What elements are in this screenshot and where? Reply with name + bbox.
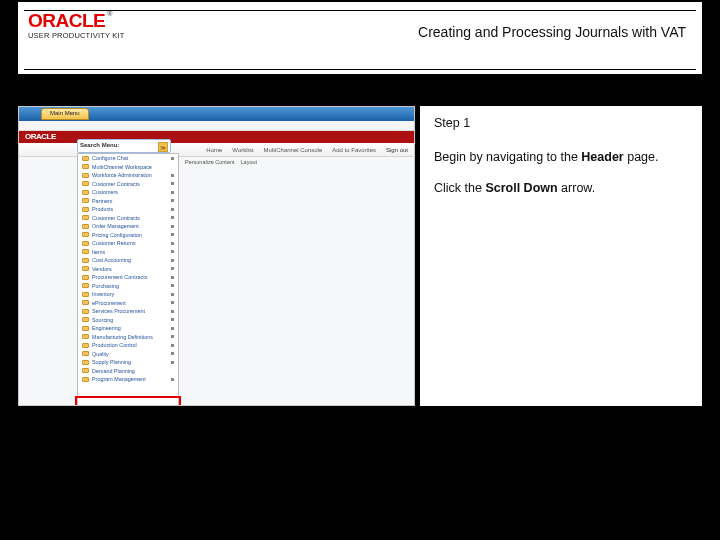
nav-add-favorites[interactable]: Add to Favorites <box>332 147 376 153</box>
menu-item-label: Quality <box>92 351 168 357</box>
instruction-line-1-bold: Header <box>581 150 623 164</box>
menu-item-label: Items <box>92 249 168 255</box>
menu-item-label: Sourcing <box>92 317 168 323</box>
menu-item-label: Program Management <box>92 376 168 382</box>
expand-icon[interactable] <box>171 301 174 304</box>
menu-item[interactable]: eProcurement <box>78 299 178 308</box>
folder-icon <box>82 164 89 169</box>
menu-search-label: Search Menu: <box>80 142 119 148</box>
expand-icon[interactable] <box>171 335 174 338</box>
expand-icon[interactable] <box>171 174 174 177</box>
menu-item[interactable]: Pricing Configuration <box>78 231 178 240</box>
menu-search-box[interactable]: Search Menu: ≫ <box>77 139 171 153</box>
menu-item[interactable]: Customer Returns <box>78 239 178 248</box>
menu-item[interactable]: Production Control <box>78 341 178 350</box>
menu-item-label: Order Management <box>92 223 168 229</box>
menu-item-label: Customer Returns <box>92 240 168 246</box>
expand-icon[interactable] <box>171 361 174 364</box>
expand-icon[interactable] <box>171 250 174 253</box>
expand-icon[interactable] <box>171 327 174 330</box>
expand-icon[interactable] <box>171 182 174 185</box>
menu-item[interactable]: Customers <box>78 188 178 197</box>
menu-item-label: Manufacturing Definitions <box>92 334 168 340</box>
menu-item[interactable]: Products <box>78 205 178 214</box>
menu-item-label: Production Control <box>92 342 168 348</box>
expand-icon[interactable] <box>171 233 174 236</box>
menu-item[interactable]: Procurement Contracts <box>78 273 178 282</box>
menu-item[interactable]: Manufacturing Definitions <box>78 333 178 342</box>
folder-icon <box>82 343 89 348</box>
personalize-content-link[interactable]: Personalize Content <box>185 159 235 165</box>
expand-icon[interactable] <box>171 199 174 202</box>
expand-icon[interactable] <box>171 157 174 160</box>
browser-tab[interactable]: Main Menu <box>41 108 89 120</box>
menu-item[interactable]: Services Procurement <box>78 307 178 316</box>
menu-search-go-icon[interactable]: ≫ <box>158 142 168 152</box>
menu-item[interactable]: Sourcing <box>78 316 178 325</box>
expand-icon[interactable] <box>171 318 174 321</box>
expand-icon[interactable] <box>171 293 174 296</box>
menu-item[interactable]: Workforce Administration <box>78 171 178 180</box>
menu-item[interactable]: Engineering <box>78 324 178 333</box>
menu-item[interactable]: Purchasing <box>78 282 178 291</box>
folder-icon <box>82 326 89 331</box>
menu-item-label: MultiChannel Workspace <box>92 164 178 170</box>
nav-worklist[interactable]: Worklist <box>232 147 253 153</box>
instruction-line-2-pre: Click the <box>434 181 485 195</box>
menu-item[interactable]: Configure Chat <box>78 154 178 163</box>
menu-item-label: Demand Planning <box>92 368 178 374</box>
menu-item-label: eProcurement <box>92 300 168 306</box>
expand-icon[interactable] <box>171 352 174 355</box>
folder-icon <box>82 309 89 314</box>
folder-icon <box>82 232 89 237</box>
nav-home[interactable]: Home <box>206 147 222 153</box>
app-brand-word: ORACLE <box>25 132 56 141</box>
browser-tab-label: Main Menu <box>50 110 80 116</box>
expand-icon[interactable] <box>171 216 174 219</box>
menu-item[interactable]: Demand Planning <box>78 367 178 376</box>
menu-item[interactable]: Items <box>78 248 178 257</box>
menu-item[interactable]: Supply Planning <box>78 358 178 367</box>
menu-item[interactable]: Vendors <box>78 265 178 274</box>
expand-icon[interactable] <box>171 284 174 287</box>
menu-item-label: Cost Accounting <box>92 257 168 263</box>
menu-item-label: Partners <box>92 198 168 204</box>
menu-item-label: Purchasing <box>92 283 168 289</box>
menu-item-label: Inventory <box>92 291 168 297</box>
menu-item[interactable]: Inventory <box>78 290 178 299</box>
personalize-layout-link[interactable]: Layout <box>241 159 258 165</box>
expand-icon[interactable] <box>171 310 174 313</box>
menu-item[interactable]: Order Management <box>78 222 178 231</box>
expand-icon[interactable] <box>171 344 174 347</box>
menu-item[interactable]: Quality <box>78 350 178 359</box>
expand-icon[interactable] <box>171 259 174 262</box>
instruction-line-1-post: page. <box>624 150 659 164</box>
personalize-row: Personalize Content Layout <box>185 157 415 167</box>
folder-icon <box>82 283 89 288</box>
expand-icon[interactable] <box>171 276 174 279</box>
nav-multichannel[interactable]: MultiChannel Console <box>264 147 323 153</box>
menu-item[interactable]: Partners <box>78 197 178 206</box>
folder-icon <box>82 275 89 280</box>
expand-icon[interactable] <box>171 208 174 211</box>
expand-icon[interactable] <box>171 191 174 194</box>
menu-item[interactable]: Program Management <box>78 375 178 384</box>
menu-item-label: Pricing Configuration <box>92 232 168 238</box>
menu-item[interactable]: Customer Contracts <box>78 214 178 223</box>
folder-icon <box>82 241 89 246</box>
menu-item-label: Customers <box>92 189 168 195</box>
folder-icon <box>82 351 89 356</box>
menu-item[interactable]: MultiChannel Workspace <box>78 163 178 172</box>
nav-signout[interactable]: Sign out <box>386 147 408 153</box>
divider-bottom <box>24 69 696 70</box>
menu-item-label: Vendors <box>92 266 168 272</box>
expand-icon[interactable] <box>171 378 174 381</box>
expand-icon[interactable] <box>171 267 174 270</box>
menu-item[interactable]: Cost Accounting <box>78 256 178 265</box>
expand-icon[interactable] <box>171 242 174 245</box>
instruction-line-2: Click the Scroll Down arrow. <box>434 181 688 197</box>
menu-item[interactable]: Customer Contracts <box>78 180 178 189</box>
menu-item-label: Configure Chat <box>92 155 168 161</box>
expand-icon[interactable] <box>171 225 174 228</box>
browser-addressbar[interactable] <box>19 121 414 131</box>
